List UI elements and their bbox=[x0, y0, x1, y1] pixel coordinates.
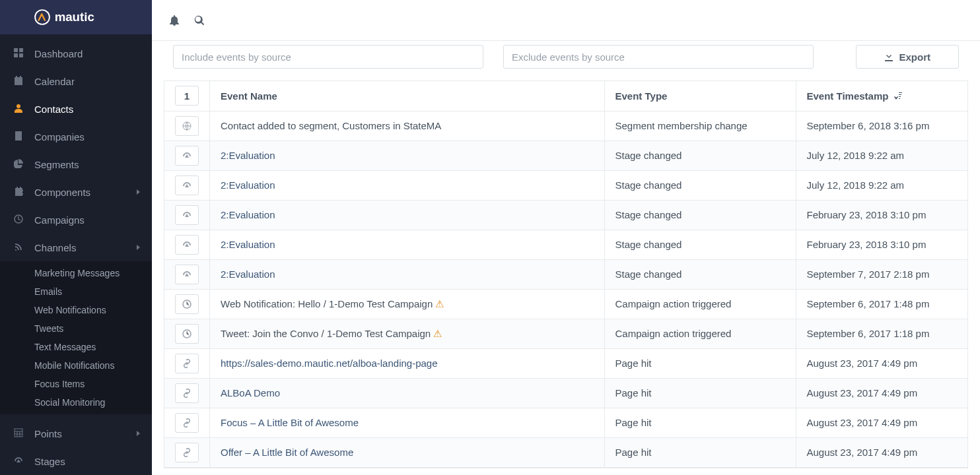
sidebar-item-label: Calendar bbox=[34, 76, 75, 87]
table-row: Contact added to segment, Customers in S… bbox=[164, 111, 967, 141]
table-row: 2:EvaluationStage changedSeptember 7, 20… bbox=[164, 259, 967, 289]
sidebar-item-channels[interactable]: Channels bbox=[0, 234, 152, 261]
event-name: Tweet: Join the Convo / 1-Demo Test Camp… bbox=[221, 328, 431, 339]
channels-submenu: Marketing MessagesEmailsWeb Notification… bbox=[0, 261, 152, 414]
event-type: Stage changed bbox=[604, 170, 796, 200]
content: Export 1 Event Name Event Type Event Tim… bbox=[152, 41, 980, 475]
link-icon[interactable] bbox=[175, 383, 199, 403]
sidebar-item-contacts[interactable]: Contacts bbox=[0, 95, 152, 123]
header-event-timestamp[interactable]: Event Timestamp bbox=[796, 81, 967, 111]
sidebar-item-segments[interactable]: Segments bbox=[0, 150, 152, 178]
link-icon[interactable] bbox=[175, 354, 199, 373]
notifications-button[interactable] bbox=[164, 10, 185, 31]
event-name[interactable]: 2:Evaluation bbox=[221, 269, 275, 280]
building-icon bbox=[12, 131, 25, 142]
event-type: Campaign action triggered bbox=[604, 319, 796, 348]
sidebar-item-companies[interactable]: Companies bbox=[0, 123, 152, 150]
sidebar-item-label: Stages bbox=[34, 456, 65, 467]
pie-chart-icon bbox=[12, 159, 25, 170]
sidebar-item-components[interactable]: Components bbox=[0, 178, 152, 206]
sidebar-subitem-marketing-messages[interactable]: Marketing Messages bbox=[0, 264, 152, 282]
exclude-events-input[interactable] bbox=[503, 45, 814, 69]
event-timestamp: September 7, 2017 2:18 pm bbox=[796, 259, 967, 289]
event-type: Stage changed bbox=[604, 200, 796, 230]
sidebar: mautic DashboardCalendarContactsCompanie… bbox=[0, 0, 152, 475]
sidebar-subitem-text-messages[interactable]: Text Messages bbox=[0, 338, 152, 356]
sidebar-item-campaigns[interactable]: Campaigns bbox=[0, 206, 152, 234]
chevron-right-icon bbox=[137, 431, 140, 436]
sidebar-subitem-mobile-notifications[interactable]: Mobile Notifications bbox=[0, 356, 152, 375]
event-name[interactable]: 2:Evaluation bbox=[221, 179, 275, 191]
table-row: 2:EvaluationStage changedJuly 12, 2018 9… bbox=[164, 170, 967, 200]
tach-icon[interactable] bbox=[175, 175, 199, 195]
clock-icon bbox=[12, 214, 25, 226]
table-row: ALBoA DemoPage hitAugust 23, 2017 4:49 p… bbox=[164, 378, 967, 408]
clock-icon[interactable] bbox=[175, 294, 199, 314]
rss-icon bbox=[12, 242, 25, 253]
tach-icon[interactable] bbox=[175, 235, 199, 255]
row-count: 1 bbox=[175, 86, 199, 106]
event-type: Stage changed bbox=[604, 259, 796, 289]
sidebar-item-label: Points bbox=[34, 428, 62, 439]
event-type: Page hit bbox=[604, 348, 796, 378]
search-button[interactable] bbox=[189, 10, 210, 31]
globe-icon[interactable] bbox=[175, 116, 199, 136]
event-name[interactable]: 2:Evaluation bbox=[221, 239, 275, 250]
main-nav-tail: PointsStages bbox=[0, 414, 152, 475]
sidebar-subitem-social-monitoring[interactable]: Social Monitoring bbox=[0, 393, 152, 412]
event-timestamp: July 12, 2018 9:22 am bbox=[796, 141, 967, 170]
event-name[interactable]: Focus – A Little Bit of Awesome bbox=[221, 417, 359, 428]
event-timestamp: September 6, 2017 1:48 pm bbox=[796, 289, 967, 319]
event-timestamp: August 23, 2017 4:49 pm bbox=[796, 437, 967, 467]
event-type: Stage changed bbox=[604, 230, 796, 259]
event-name[interactable]: Offer – A Little Bit of Awesome bbox=[221, 447, 353, 458]
include-events-input[interactable] bbox=[173, 45, 483, 69]
event-name[interactable]: https://sales-demo.mautic.net/alboa-land… bbox=[221, 358, 438, 369]
puzzle-icon bbox=[12, 187, 25, 198]
header-event-type[interactable]: Event Type bbox=[604, 81, 796, 111]
user-icon bbox=[12, 104, 25, 115]
event-name: Contact added to segment, Customers in S… bbox=[221, 120, 441, 131]
table-header-row: 1 Event Name Event Type Event Timestamp bbox=[164, 81, 967, 111]
main-area: Export 1 Event Name Event Type Event Tim… bbox=[152, 0, 980, 475]
clock-icon[interactable] bbox=[175, 324, 199, 344]
header-event-name[interactable]: Event Name bbox=[210, 81, 605, 111]
link-icon[interactable] bbox=[175, 443, 199, 462]
sidebar-subitem-tweets[interactable]: Tweets bbox=[0, 319, 152, 338]
table-row: 2:EvaluationStage changedFebruary 23, 20… bbox=[164, 200, 967, 230]
tach-icon[interactable] bbox=[175, 146, 199, 166]
sidebar-subitem-focus-items[interactable]: Focus Items bbox=[0, 375, 152, 393]
tach-icon[interactable] bbox=[175, 205, 199, 225]
th-large-icon bbox=[12, 48, 25, 59]
event-timestamp: September 6, 2017 1:18 pm bbox=[796, 319, 967, 348]
table-row: 2:EvaluationStage changedJuly 12, 2018 9… bbox=[164, 141, 967, 170]
events-table: 1 Event Name Event Type Event Timestamp bbox=[164, 80, 968, 468]
table-row: https://sales-demo.mautic.net/alboa-land… bbox=[164, 348, 967, 378]
link-icon[interactable] bbox=[175, 413, 199, 433]
sidebar-subitem-emails[interactable]: Emails bbox=[0, 282, 152, 301]
sidebar-item-dashboard[interactable]: Dashboard bbox=[0, 40, 152, 67]
table-row: Web Notification: Hello / 1-Demo Test Ca… bbox=[164, 289, 967, 319]
sidebar-subitem-web-notifications[interactable]: Web Notifications bbox=[0, 301, 152, 319]
sidebar-item-label: Campaigns bbox=[34, 214, 85, 226]
sidebar-item-calendar[interactable]: Calendar bbox=[0, 67, 152, 95]
svg-text:mautic: mautic bbox=[55, 10, 94, 24]
topbar bbox=[152, 0, 980, 41]
event-type: Page hit bbox=[604, 408, 796, 437]
table-row: Focus – A Little Bit of AwesomePage hitA… bbox=[164, 408, 967, 437]
calc-icon bbox=[12, 428, 25, 439]
sidebar-item-label: Companies bbox=[34, 131, 85, 142]
tach-icon[interactable] bbox=[175, 265, 199, 284]
event-name[interactable]: 2:Evaluation bbox=[221, 150, 275, 161]
logo[interactable]: mautic bbox=[0, 0, 152, 34]
sort-desc-icon bbox=[894, 90, 902, 102]
sidebar-item-label: Dashboard bbox=[34, 48, 83, 59]
event-name[interactable]: ALBoA Demo bbox=[221, 387, 280, 398]
event-timestamp: February 23, 2018 3:10 pm bbox=[796, 230, 967, 259]
event-name[interactable]: 2:Evaluation bbox=[221, 209, 275, 220]
sidebar-item-points[interactable]: Points bbox=[0, 420, 152, 447]
event-name: Web Notification: Hello / 1-Demo Test Ca… bbox=[221, 298, 433, 309]
sidebar-item-stages[interactable]: Stages bbox=[0, 447, 152, 475]
export-button[interactable]: Export bbox=[856, 45, 959, 69]
chevron-right-icon bbox=[137, 189, 140, 195]
